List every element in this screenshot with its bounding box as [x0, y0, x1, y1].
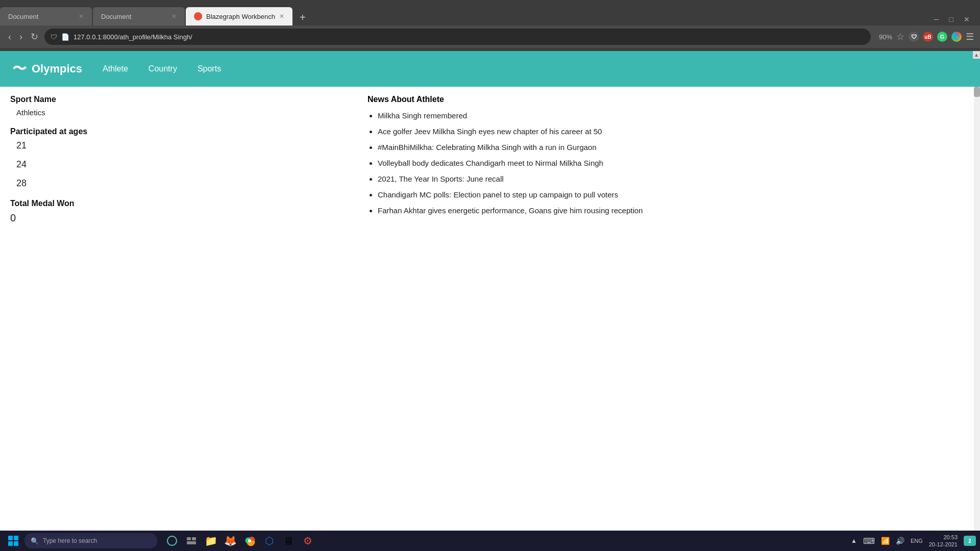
zoom-level: 90% [879, 33, 892, 41]
maximize-button[interactable]: □ [947, 13, 955, 26]
search-icon: 🔍 [31, 537, 39, 545]
taskbar-network-icon: 📶 [881, 537, 890, 545]
taskbar-notification-badge[interactable]: 2 [964, 536, 976, 546]
navbar: 〜 Olympics Athlete Country Sports [0, 51, 980, 87]
right-panel: News About Athlete Milkha Singh remember… [357, 95, 980, 522]
news-item-5: 2021, The Year In Sports: June recall [378, 173, 970, 184]
svg-rect-15 [14, 541, 18, 546]
svg-point-16 [167, 536, 177, 545]
refresh-button[interactable]: ↻ [29, 29, 40, 44]
age-21: 21 [10, 140, 347, 151]
svg-rect-13 [14, 536, 18, 540]
extension-icon-1[interactable]: 🛡 [909, 32, 919, 42]
news-item-7: Farhan Akhtar gives energetic performanc… [378, 205, 970, 216]
nav-country[interactable]: Country [149, 64, 177, 73]
brand-icon: 〜 [12, 59, 27, 79]
sport-name-section: Sport Name Athletics [10, 95, 347, 117]
age-24: 24 [10, 159, 347, 170]
total-medal-value: 0 [10, 212, 347, 224]
back-button[interactable]: ‹ [6, 30, 13, 44]
taskbar-app-chrome[interactable] [241, 532, 258, 549]
taskbar-date-value: 20-12-2021 [929, 541, 958, 548]
tab-blazegraph[interactable]: Blazegraph Workbench ✕ [186, 7, 292, 26]
page-icon: 📄 [61, 33, 69, 41]
taskbar-lang: ENG [911, 538, 923, 544]
taskbar-app-terminal[interactable]: 🖥 [280, 532, 297, 549]
browser-chrome: Document ✕ Document ✕ Blazegraph Workben… [0, 0, 980, 51]
total-medal-section: Total Medal Won 0 [10, 199, 347, 224]
svg-rect-12 [8, 536, 13, 540]
lock-icon: 🛡 [51, 33, 57, 41]
scrollbar-right[interactable] [974, 87, 980, 531]
extension-icon-4[interactable]: 🌐 [951, 32, 962, 42]
news-title: News About Athlete [368, 95, 970, 104]
taskbar-app-cortana[interactable] [163, 532, 181, 549]
scrollbar-thumb[interactable] [974, 87, 980, 97]
tab-close-3[interactable]: ✕ [279, 13, 284, 20]
brand-name: Olympics [32, 62, 82, 76]
new-tab-button[interactable]: + [296, 10, 310, 26]
news-item-6: Chandigarh MC polls: Election panel to s… [378, 189, 970, 200]
news-item-4: Volleyball body dedicates Chandigarh mee… [378, 158, 970, 168]
extension-icon-2[interactable]: uB [923, 32, 933, 42]
menu-icon[interactable]: ☰ [966, 31, 974, 42]
taskbar-app-taskview[interactable] [183, 532, 200, 549]
taskbar-time-value: 20:53 [929, 534, 958, 541]
news-item-3: #MainBhiMilkha: Celebrating Milkha Singh… [378, 142, 970, 153]
participated-ages-label: Participated at ages [10, 127, 347, 136]
taskbar-right: ▲ ⌨ 📶 🔊 ENG 20:53 20-12-2021 2 [851, 534, 976, 548]
tab-label: Document [101, 13, 131, 20]
close-button[interactable]: ✕ [962, 13, 972, 26]
tab-document-1[interactable]: Document ✕ [0, 7, 92, 26]
tab-label: Blazegraph Workbench [206, 13, 275, 20]
total-medal-label: Total Medal Won [10, 199, 347, 208]
news-item-2: Ace golfer Jeev Milkha Singh eyes new ch… [378, 126, 970, 137]
svg-rect-19 [187, 541, 196, 544]
news-section: News About Athlete Milkha Singh remember… [368, 95, 970, 216]
news-item-1: Milkha Singh remembered [378, 110, 970, 121]
sport-name-value: Athletics [10, 108, 347, 117]
taskbar-search[interactable]: 🔍 Type here to search [24, 533, 157, 548]
svg-rect-17 [187, 537, 191, 540]
address-box[interactable]: 🛡 📄 127.0.0.1:8000/ath_profile/Milkha Si… [44, 29, 871, 45]
age-28: 28 [10, 178, 347, 189]
address-bar-row: ‹ › ↻ 🛡 📄 127.0.0.1:8000/ath_profile/Mil… [0, 26, 980, 48]
blazegraph-icon [194, 12, 202, 20]
browser-toolbar-icons: ☆ 🛡 uB G 🌐 ☰ [896, 31, 974, 42]
tab-close-1[interactable]: ✕ [79, 13, 84, 20]
taskbar-app-misc[interactable]: ⚙ [299, 532, 316, 549]
tab-bar: Document ✕ Document ✕ Blazegraph Workben… [0, 0, 980, 26]
svg-point-21 [248, 539, 251, 542]
taskbar-app-vscode[interactable]: ⬡ [260, 532, 278, 549]
url-text[interactable]: 127.0.0.1:8000/ath_profile/Milkha Singh/ [74, 33, 865, 41]
taskbar-up-arrow[interactable]: ▲ [851, 537, 857, 544]
taskbar-clock: 20:53 20-12-2021 [929, 534, 958, 548]
news-list: Milkha Singh remembered Ace golfer Jeev … [368, 110, 970, 216]
svg-rect-18 [192, 537, 196, 540]
tab-close-2[interactable]: ✕ [172, 13, 177, 20]
search-placeholder[interactable]: Type here to search [43, 537, 97, 544]
start-button[interactable] [4, 532, 22, 550]
tab-document-2[interactable]: Document ✕ [93, 7, 185, 26]
nav-sports[interactable]: Sports [198, 64, 221, 73]
taskbar-app-firefox[interactable]: 🦊 [222, 532, 239, 549]
nav-athlete[interactable]: Athlete [103, 64, 128, 73]
brand: 〜 Olympics [12, 59, 82, 79]
taskbar: 🔍 Type here to search 📁 🦊 [0, 531, 980, 551]
minimize-button[interactable]: ─ [932, 13, 941, 26]
taskbar-apps: 📁 🦊 ⬡ 🖥 ⚙ [163, 532, 316, 549]
tab-label: Document [8, 13, 38, 20]
left-panel: Sport Name Athletics Participated at age… [0, 95, 357, 522]
extension-icon-3[interactable]: G [937, 32, 947, 42]
taskbar-keyboard-icon: ⌨ [863, 536, 875, 546]
taskbar-volume-icon: 🔊 [896, 537, 904, 545]
participated-ages-section: Participated at ages 21 24 28 [10, 127, 347, 189]
star-icon[interactable]: ☆ [896, 31, 904, 42]
main-content: Sport Name Athletics Participated at age… [0, 87, 980, 531]
scrollbar-up-arrow[interactable]: ▲ [974, 52, 979, 58]
taskbar-app-files[interactable]: 📁 [202, 532, 219, 549]
svg-rect-14 [8, 541, 13, 546]
sport-name-label: Sport Name [10, 95, 347, 104]
forward-button[interactable]: › [17, 30, 24, 44]
